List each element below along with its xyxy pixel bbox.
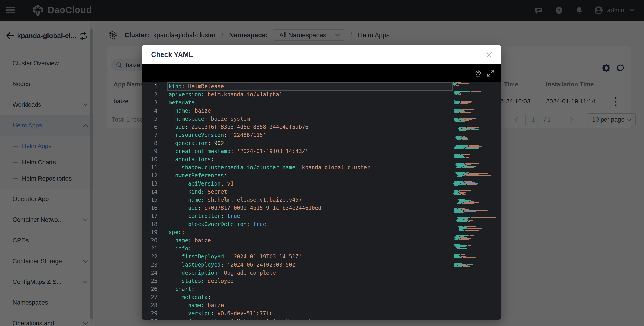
line-number: 6 (142, 123, 158, 131)
line-number: 4 (142, 107, 158, 115)
line-number: 28 (142, 301, 158, 309)
line-number: 11 (142, 164, 158, 172)
line-number: 3 (142, 99, 158, 107)
line-number: 8 (142, 139, 158, 147)
line-number: 21 (142, 244, 158, 253)
code-line-4: 4 name: baize (142, 107, 501, 115)
line-number: 27 (142, 293, 158, 301)
line-number: 30 (142, 317, 158, 320)
code-line-16: 16 uid: e70d7817-009d-4b15-9f1c-b34e2446… (142, 204, 501, 212)
code-line-6: 6 uid: 22c13f6f-83b3-4d6e-8358-244e4af5a… (142, 123, 501, 131)
line-number: 9 (142, 147, 158, 155)
code-line-25: 25 status: deployed (142, 277, 501, 285)
code-line-14: 14 kind: Secret (142, 188, 501, 196)
download-icon[interactable] (474, 69, 482, 77)
line-number: 24 (142, 269, 158, 277)
line-number: 18 (142, 220, 158, 228)
code-line-29: 29 version: v0.6-dev-511c77fc (142, 309, 501, 317)
code-line-22: 22 firstDeployed: '2024-01-19T03:14:51Z' (142, 253, 501, 261)
code-line-13: 13 - apiVersion: v1 (142, 180, 501, 188)
code-line-10: 10 annotations: (142, 155, 501, 164)
code-line-27: 27 metadata: (142, 293, 501, 301)
code-line-5: 5 namespace: baize-system (142, 115, 501, 123)
code-line-8: 8 generation: 902 (142, 139, 501, 147)
yaml-editor[interactable]: 1kind: HelmRelease2apiVersion: helm.kpan… (142, 82, 501, 320)
code-line-11: 11 shadow.clusterpedia.io/cluster-name: … (142, 164, 501, 172)
code-line-7: 7 resourceVersion: '224887115' (142, 131, 501, 139)
code-line-3: 3metadata: (142, 99, 501, 107)
code-line-17: 17 controller: true (142, 212, 501, 220)
code-line-12: 12 ownerReferences: (142, 172, 501, 180)
code-line-20: 20 name: baize (142, 236, 501, 244)
line-number: 19 (142, 228, 158, 236)
line-number: 1 (142, 82, 158, 90)
editor-toolbar (142, 64, 501, 82)
line-number: 26 (142, 285, 158, 293)
code-line-19: 19spec: (142, 228, 501, 236)
code-line-15: 15 name: sh.helm.release.v1.baize.v457 (142, 196, 501, 204)
line-number: 15 (142, 196, 158, 204)
code-line-21: 21 info: (142, 244, 501, 253)
fullscreen-icon[interactable] (486, 69, 495, 77)
code-line-18: 18 blockOwnerDeletion: true (142, 220, 501, 228)
line-number: 5 (142, 115, 158, 123)
modal-header: Check YAML (142, 45, 501, 64)
line-number: 14 (142, 188, 158, 196)
code-line-26: 26 chart: (142, 285, 501, 293)
line-number: 12 (142, 172, 158, 180)
line-number: 7 (142, 131, 158, 139)
line-number: 13 (142, 180, 158, 188)
code-line-30: 30 description: A Helm chart for Kuberne… (142, 317, 501, 320)
line-number: 22 (142, 253, 158, 261)
line-number: 10 (142, 155, 158, 164)
line-number: 23 (142, 261, 158, 269)
line-number: 25 (142, 277, 158, 285)
editor-code-area[interactable]: 1kind: HelmRelease2apiVersion: helm.kpan… (142, 82, 501, 320)
code-line-28: 28 name: baize (142, 301, 501, 309)
line-number: 16 (142, 204, 158, 212)
code-line-2: 2apiVersion: helm.kpanda.io/v1alpha1 (142, 90, 501, 99)
modal-title: Check YAML (151, 45, 193, 64)
line-number: 2 (142, 90, 158, 99)
code-line-24: 24 description: Upgrade complete (142, 269, 501, 277)
code-line-23: 23 lastDeployed: '2024-06-24T02:03:50Z' (142, 261, 501, 269)
editor-minimap[interactable] (451, 82, 500, 270)
check-yaml-modal: Check YAML (142, 45, 501, 320)
code-line-9: 9 creationTimestamp: '2024-01-19T03:14:4… (142, 147, 501, 155)
screen: DaoCloud ? admin kpanda-global-cl... (0, 0, 644, 326)
line-number: 17 (142, 212, 158, 220)
close-icon[interactable] (485, 51, 493, 59)
code-line-1: 1kind: HelmRelease (142, 82, 501, 90)
line-number: 20 (142, 236, 158, 244)
line-number: 29 (142, 309, 158, 317)
